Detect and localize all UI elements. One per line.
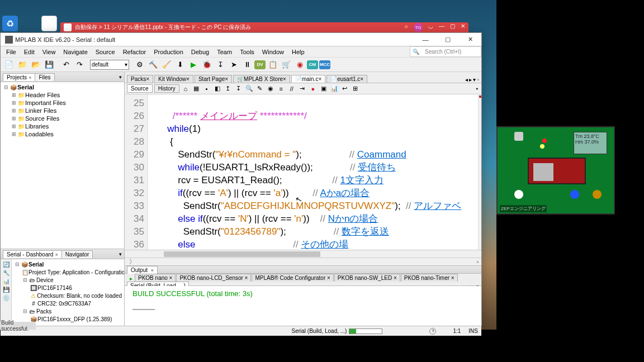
step-icon[interactable]: ↧	[214, 59, 226, 71]
dash-memory-icon[interactable]: 📊	[3, 278, 10, 284]
menu-team[interactable]: Team	[214, 47, 235, 56]
ed-back-icon[interactable]: ⌂	[181, 84, 190, 93]
h-scrollbar[interactable]	[125, 250, 481, 258]
config-combo[interactable]: default▾	[90, 60, 129, 70]
tree-loadables[interactable]: Loadables	[25, 131, 54, 137]
tab-eusart1-c[interactable]: 📄 eusart1.c ×	[326, 75, 367, 83]
outtab-pkob[interactable]: PKOB nano ×	[135, 274, 176, 282]
save-icon[interactable]: 💾	[43, 59, 55, 71]
ed-rec-icon[interactable]: ●	[309, 84, 318, 93]
tab-output[interactable]: Output ×	[127, 266, 158, 274]
ed-shift-icon[interactable]: ⇥	[298, 84, 307, 93]
ed-chart-icon[interactable]: 📊	[330, 84, 339, 93]
menu-help[interactable]: Help	[288, 47, 308, 56]
tree-header-files[interactable]: Header Files	[25, 92, 60, 98]
ed-macro-icon[interactable]: ▣	[319, 84, 328, 93]
ed-bp-icon[interactable]: ◉	[266, 84, 275, 93]
pause-icon[interactable]: ⏸	[241, 59, 253, 71]
ed-diff-icon[interactable]: ◧	[213, 84, 222, 93]
tab-dashboard[interactable]: Serial - Dashboard×	[3, 250, 62, 258]
dash-menu-icon[interactable]: ▾	[119, 251, 122, 257]
build-icon[interactable]: 🔨	[147, 59, 159, 71]
ppt-ribbon-icon[interactable]: ◡	[428, 23, 433, 32]
tab-files[interactable]: Files	[35, 73, 54, 81]
tab-navigator[interactable]: Navigator	[61, 250, 93, 258]
status-info-icon[interactable]: ?	[429, 328, 436, 335]
outtab-mcc[interactable]: MPLAB® Code Configurator ×	[252, 274, 333, 282]
ed-mark-icon[interactable]: ✎	[255, 84, 264, 93]
cart-icon[interactable]: 🛒	[280, 59, 292, 71]
source-button[interactable]: Source	[127, 84, 153, 93]
menu-production[interactable]: Production	[150, 47, 187, 56]
ppt-avatar[interactable]: TG	[414, 23, 423, 32]
menu-debug[interactable]: Debug	[188, 47, 212, 56]
dash-wrench-icon[interactable]: 🔧	[3, 270, 10, 276]
tab-nav-right-icon[interactable]: ▸	[469, 77, 472, 83]
ed-find-icon[interactable]: 🔍	[245, 84, 254, 93]
shortcut-icon[interactable]	[41, 16, 57, 31]
clean-icon[interactable]: 🧹	[160, 59, 173, 71]
history-button[interactable]: History	[154, 84, 179, 93]
open-icon[interactable]: 📂	[30, 59, 42, 71]
debug-icon[interactable]: 🐞	[201, 59, 213, 71]
ed-fmt-icon[interactable]: ≡	[277, 84, 286, 93]
tab-main-c[interactable]: 📄 main.c ×	[291, 75, 325, 83]
menu-source[interactable]: Source	[92, 47, 119, 56]
output-body[interactable]: BUILD SUCCESSFUL (total time: 3s)	[125, 286, 481, 326]
menu-window[interactable]: Window	[259, 47, 287, 56]
tree-libraries[interactable]: Libraries	[25, 123, 49, 130]
ppt-min[interactable]: ―	[439, 23, 444, 32]
m-icon[interactable]: ◉	[293, 59, 306, 71]
tree-source-files[interactable]: Source Files	[25, 115, 59, 122]
out-run-icon[interactable]: ▸	[127, 275, 135, 282]
ed-down-icon[interactable]: ↧	[234, 84, 243, 93]
breadcrumb-icon[interactable]: 》	[129, 258, 135, 266]
minimize-button[interactable]: ―	[414, 33, 437, 46]
tab-projects[interactable]: Projects×	[3, 73, 35, 81]
bc-close-icon[interactable]: ×	[476, 259, 479, 265]
undo-icon[interactable]: ↶	[60, 59, 72, 71]
ppt-close[interactable]: ✕	[461, 23, 465, 32]
run-icon[interactable]: ▶	[187, 59, 200, 71]
pc-icon[interactable]: ➤	[228, 59, 240, 71]
dash-disk-icon[interactable]: 💿	[3, 295, 10, 301]
tab-mplab-store[interactable]: 🛒 MPLAB X Store ×	[233, 75, 290, 83]
code-body[interactable]: /****** メインループ ************/ while(1) { …	[148, 94, 481, 250]
ed-cmt-icon[interactable]: //	[287, 84, 296, 93]
mcc-badge[interactable]: MCC	[319, 60, 330, 69]
ppt-max[interactable]: ▢	[450, 23, 455, 32]
ed-sel-icon[interactable]: ▪	[202, 84, 211, 93]
new-project-icon[interactable]: 📁	[16, 59, 29, 71]
maximize-button[interactable]: ▢	[437, 33, 459, 46]
tree-important-files[interactable]: Important Files	[25, 99, 66, 106]
ed-wrap-icon[interactable]: ↩	[340, 84, 349, 93]
menu-refactor[interactable]: Refactor	[120, 47, 150, 56]
projects-tree[interactable]: ⊟📦Serial ⊞📁Header Files ⊞📁Important File…	[1, 82, 124, 249]
program-icon[interactable]: ⬇	[174, 59, 186, 71]
tab-max-icon[interactable]: ▫	[477, 77, 479, 83]
new-file-icon[interactable]: 📄	[3, 59, 15, 71]
tab-start-page[interactable]: Start Page ×	[195, 75, 232, 83]
menu-tools[interactable]: Tools	[236, 47, 258, 56]
doc-icon[interactable]: 📋	[267, 59, 279, 71]
close-button[interactable]: ✕	[459, 33, 481, 46]
tree-root[interactable]: Serial	[17, 84, 34, 90]
ppt-search-icon[interactable]: ⌕	[405, 23, 408, 32]
menu-view[interactable]: View	[39, 47, 59, 56]
dashboard-tree[interactable]: ⊟📦Serial 📋Project Type: Application - Co…	[12, 259, 124, 326]
tab-packs[interactable]: Packs ×	[127, 75, 153, 83]
tab-list-icon[interactable]: ▾	[473, 77, 476, 83]
dash-chip-icon[interactable]: 💾	[3, 287, 10, 293]
cm-badge[interactable]: CM	[307, 60, 318, 69]
search-box[interactable]: 🔍 Search (Ctrl+I)	[410, 46, 481, 57]
tree-linker-files[interactable]: Linker Files	[25, 107, 56, 114]
ed-up-icon[interactable]: ↥	[224, 84, 233, 93]
ed-grid-icon[interactable]: ⊞	[351, 84, 360, 93]
menu-edit[interactable]: Edit	[21, 47, 38, 56]
tab-nav-left-icon[interactable]: ◂	[465, 77, 468, 83]
panel-menu-icon[interactable]: ▾	[119, 74, 122, 80]
outtab-swled[interactable]: PKOB nano-SW_LED ×	[334, 274, 400, 282]
redo-icon[interactable]: ↷	[73, 59, 86, 71]
code-editor[interactable]: 252627282930313233343536 /****** メインループ …	[125, 94, 481, 250]
outtab-timer[interactable]: PKOB nano-Timer ×	[401, 274, 458, 282]
